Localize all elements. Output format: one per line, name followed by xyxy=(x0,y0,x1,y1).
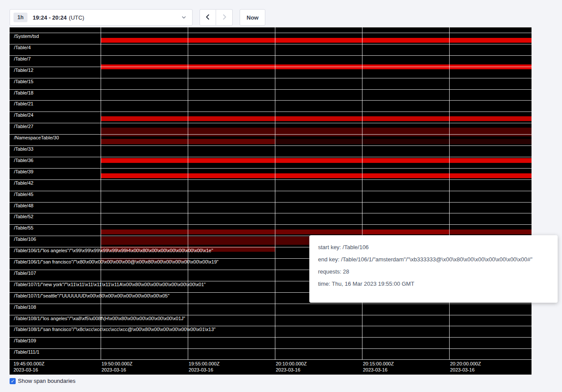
span-boundary-line xyxy=(10,145,532,146)
span-boundary-line xyxy=(10,55,532,56)
now-button[interactable]: Now xyxy=(240,9,265,26)
key-row-label: /Table/106 xyxy=(14,237,36,242)
heat-band[interactable] xyxy=(101,173,532,178)
key-row-label: /Table/21 xyxy=(14,101,34,106)
span-boundary-line xyxy=(10,359,532,360)
span-boundary-line xyxy=(10,348,532,349)
key-row-label: /Table/18 xyxy=(14,90,34,95)
key-row-label: /Table/45 xyxy=(14,192,34,197)
tick-date-label: 2023-03-16 xyxy=(363,367,394,373)
span-boundary-line xyxy=(10,67,532,67)
key-row-label: /NamespaceTable/30 xyxy=(14,135,59,140)
chevron-down-icon xyxy=(181,14,187,20)
tooltip-end-key: end key: /Table/106/1/"amsterdam"/"\xb33… xyxy=(318,256,549,263)
time-nav-group xyxy=(200,9,233,26)
tick-date-label: 2023-03-16 xyxy=(450,367,481,373)
time-range-select[interactable]: 1h 19:24 - 20:24 (UTC) xyxy=(10,9,193,26)
key-row-label: /Table/48 xyxy=(14,203,34,208)
time-toolbar: 1h 19:24 - 20:24 (UTC) Now xyxy=(10,9,265,26)
span-boundaries-control: ✓ Show span boundaries xyxy=(10,378,75,384)
prev-time-button[interactable] xyxy=(200,9,216,26)
span-boundary-line xyxy=(10,112,532,112)
keyvis-chart[interactable]: /System/tsd/Table/4/Table/7/Table/12/Tab… xyxy=(10,27,532,375)
heat-band[interactable] xyxy=(101,38,532,43)
span-boundary-line xyxy=(10,33,532,33)
key-row-label: /Table/33 xyxy=(14,146,34,152)
key-row-label: /Table/55 xyxy=(14,225,34,230)
key-row-label: /Table/24 xyxy=(14,112,34,118)
keyvis-heatmap-canvas[interactable]: /System/tsd/Table/4/Table/7/Table/12/Tab… xyxy=(10,27,532,360)
key-row-label: /Table/36 xyxy=(14,158,34,163)
key-row-label: /Table/107 xyxy=(14,270,36,276)
span-boundary-line xyxy=(10,304,532,304)
span-boundary-line xyxy=(10,202,532,203)
tooltip-time: time: Thu, 16 Mar 2023 19:55:00 GMT xyxy=(318,280,549,287)
span-tooltip: start key: /Table/106 end key: /Table/10… xyxy=(309,235,558,303)
heat-band[interactable] xyxy=(275,139,532,144)
time-boundary-line xyxy=(362,27,362,360)
span-boundary-line xyxy=(10,168,532,169)
key-row-label: /Table/106/1/"los angeles"/"\x99\x99\x99… xyxy=(14,248,213,253)
tick-time-label: 20:10:00.000Z xyxy=(276,361,307,367)
key-row-label: /Table/107/1/"new york"/"\x11\x11\x11\x1… xyxy=(14,282,206,287)
time-axis-tick: 19:55:00.000Z2023-03-16 xyxy=(189,361,220,373)
tooltip-start-key: start key: /Table/106 xyxy=(318,244,549,250)
span-boundary-line xyxy=(10,157,532,157)
span-boundary-line xyxy=(10,326,532,326)
span-boundary-line xyxy=(10,179,532,180)
tick-time-label: 19:45:00.000Z xyxy=(14,361,44,367)
span-boundary-line xyxy=(10,78,532,78)
tick-time-label: 20:15:00.000Z xyxy=(363,361,394,367)
range-duration-badge: 1h xyxy=(14,13,27,22)
span-boundary-line xyxy=(10,315,532,315)
key-row-label: /Table/39 xyxy=(14,169,34,174)
span-boundary-line xyxy=(10,213,532,213)
tooltip-requests: requests: 28 xyxy=(318,268,549,275)
next-time-button[interactable] xyxy=(216,9,233,26)
time-boundary-line xyxy=(101,27,101,360)
tick-time-label: 19:55:00.000Z xyxy=(189,361,220,367)
time-axis-tick: 19:50:00.000Z2023-03-16 xyxy=(102,361,132,373)
key-row-label: /Table/27 xyxy=(14,124,34,129)
heat-band[interactable] xyxy=(101,116,532,121)
key-row-label: /Table/15 xyxy=(14,79,34,84)
span-boundary-line xyxy=(10,224,532,225)
tick-date-label: 2023-03-16 xyxy=(14,367,44,373)
chevron-right-icon xyxy=(221,14,228,22)
heat-band[interactable] xyxy=(101,158,532,163)
key-row-label: /Table/108 xyxy=(14,304,36,310)
tick-date-label: 2023-03-16 xyxy=(189,367,220,373)
show-span-boundaries-checkbox[interactable]: ✓ xyxy=(10,378,16,384)
chevron-left-icon xyxy=(204,14,211,22)
span-boundary-line xyxy=(10,100,532,101)
heat-band[interactable] xyxy=(101,128,532,136)
key-row-label: /Table/42 xyxy=(14,180,34,186)
heat-band[interactable] xyxy=(101,230,532,234)
time-boundary-line xyxy=(275,27,275,360)
heat-band[interactable] xyxy=(362,230,449,234)
tick-date-label: 2023-03-16 xyxy=(102,367,132,373)
time-axis-tick: 20:10:00.000Z2023-03-16 xyxy=(276,361,307,373)
key-row-label: /Table/108/1/"san francisco"/"\x8c\xcc\x… xyxy=(14,327,216,332)
key-row-label: /Table/12 xyxy=(14,68,34,73)
range-label: 19:24 - 20:24 xyxy=(33,14,67,21)
tick-time-label: 19:50:00.000Z xyxy=(102,361,132,367)
show-span-boundaries-label: Show span boundaries xyxy=(18,378,75,384)
span-boundary-line xyxy=(10,123,532,123)
time-boundary-line xyxy=(449,27,450,360)
span-boundary-line xyxy=(10,134,532,135)
time-axis-tick: 20:15:00.000Z2023-03-16 xyxy=(363,361,394,373)
key-row-label: /Table/108/1/"los angeles"/"\xa8\xf5\u00… xyxy=(14,316,185,321)
key-row-label: /Table/107/1/"seattle"/"UUUUUUD\x00\x80\… xyxy=(14,293,169,298)
key-row-label: /Table/52 xyxy=(14,214,34,219)
span-boundary-line xyxy=(10,27,532,27)
tick-time-label: 20:20:00.000Z xyxy=(450,361,481,367)
time-axis-tick: 20:20:00.000Z2023-03-16 xyxy=(450,361,481,373)
range-timezone-label: (UTC) xyxy=(69,14,84,21)
span-boundary-line xyxy=(10,191,532,191)
key-row-label: /Table/4 xyxy=(14,45,31,50)
key-row-label: /Table/106/1/"san francisco"/"\x80\x00\x… xyxy=(14,259,219,264)
tick-date-label: 2023-03-16 xyxy=(276,367,307,373)
key-row-label: /System/tsd xyxy=(14,34,39,39)
key-row-label: /Table/109 xyxy=(14,338,36,343)
